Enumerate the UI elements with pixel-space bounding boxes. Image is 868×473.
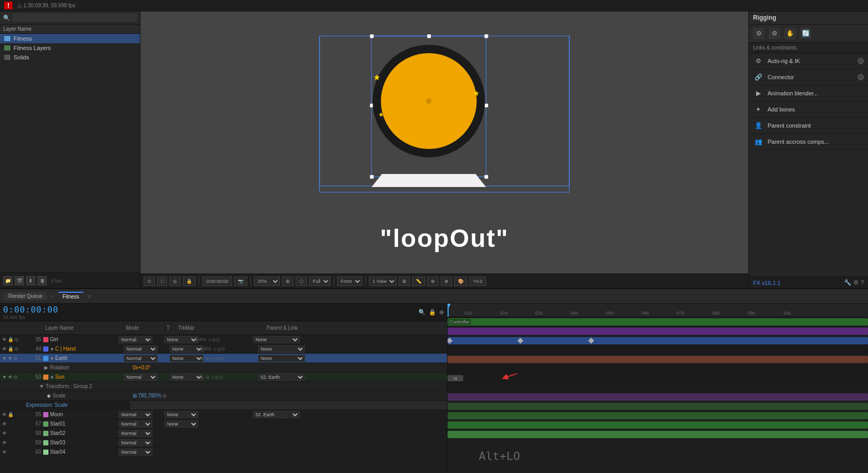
lock-icon[interactable]: 🔒 bbox=[8, 346, 14, 352]
tl-search-icon[interactable]: 🔍 bbox=[418, 309, 426, 316]
snap-all-btn[interactable]: ⊗ bbox=[441, 277, 452, 286]
eye-icon[interactable]: 👁 bbox=[2, 412, 7, 417]
project-item-fitness-layers[interactable]: Fitness Layers bbox=[0, 43, 140, 53]
wrench-icon[interactable]: 🔧 bbox=[844, 279, 851, 286]
camera-icon[interactable]: 📷 bbox=[234, 277, 247, 286]
region-btn[interactable]: ⊞ bbox=[282, 277, 293, 286]
ruler-btn[interactable]: 📏 bbox=[412, 277, 425, 286]
layer-row-sun[interactable]: ▼ 👁 ⊙ 53 ★ Sun Normal None ⊕ ⊘ ☆◎⊙ 52. E… bbox=[0, 372, 447, 382]
connector-toggle[interactable] bbox=[858, 74, 864, 80]
view-select[interactable]: Front bbox=[337, 277, 362, 286]
solo-icon[interactable]: ⊙ bbox=[15, 337, 19, 342]
new-folder-btn[interactable]: 📁 bbox=[3, 276, 12, 285]
draft-btn[interactable]: ◎ bbox=[169, 277, 181, 286]
lock-icon[interactable]: 🔒 bbox=[8, 412, 14, 417]
search-input[interactable] bbox=[12, 14, 137, 22]
tab-fitness[interactable]: Fitness bbox=[58, 292, 83, 301]
expand-icon[interactable]: ▼ bbox=[2, 356, 7, 361]
mode-select[interactable]: Normal bbox=[119, 449, 152, 456]
channel-btn[interactable]: ⬡ bbox=[296, 277, 307, 286]
quality-select[interactable]: Full bbox=[309, 277, 330, 286]
timeline-ruler[interactable]: 01s 02s 03s 04s 05s 06s bbox=[448, 304, 868, 317]
parent-select-sun[interactable]: 52. Earth bbox=[258, 374, 305, 381]
mode-select[interactable]: Normal bbox=[124, 374, 158, 381]
parent-select[interactable]: None bbox=[258, 345, 305, 353]
current-time[interactable]: 0:00:00:00 bbox=[3, 305, 58, 315]
layer-row-star03[interactable]: 👁 59 Star03 Normal bbox=[0, 438, 447, 447]
project-item-solids[interactable]: Solids bbox=[0, 53, 140, 62]
motion-blur-btn[interactable]: □ bbox=[157, 277, 167, 286]
trkmat-select[interactable]: None bbox=[164, 336, 198, 343]
mode-select[interactable]: Normal bbox=[119, 430, 152, 437]
left-panel: 🔍 Layer Name Fitness Fitness Layers Soli… bbox=[0, 11, 141, 288]
eye-icon[interactable]: 👁 bbox=[2, 450, 7, 455]
separator3 bbox=[334, 277, 334, 286]
new-comp-btn[interactable]: 🎬 bbox=[15, 276, 24, 285]
layer-row-hand[interactable]: 👁 🔒 ⊙ 44 ★ C | Hand Normal None ⊕/FX ☆◎⊙… bbox=[0, 344, 447, 354]
tl-props-icon[interactable]: ⊕ bbox=[439, 309, 444, 316]
add-bones-item[interactable]: ✦ Add bones bbox=[749, 102, 868, 118]
import-btn[interactable]: ⬇ bbox=[26, 276, 35, 285]
layer-row-moon[interactable]: 👁 🔒 55 Moon Normal None 52. Earth bbox=[0, 410, 447, 419]
rig-tool2[interactable]: ⚙ bbox=[769, 28, 780, 39]
trkmat-select[interactable]: None bbox=[164, 420, 198, 428]
parent-across-comps-item[interactable]: 👥 Parent accross comps... bbox=[749, 134, 868, 150]
parent-constraint-item[interactable]: 👤 Parent constraint bbox=[749, 118, 868, 134]
layer-row-girl[interactable]: 👁 🔒 ⊙ 35 Girl Normal None ⊕/FX ☆◎⊙ None bbox=[0, 335, 447, 344]
auto-rig-toggle[interactable] bbox=[858, 58, 864, 64]
tl-lock-icon[interactable]: 🔒 bbox=[429, 309, 436, 316]
layer-num: 57 bbox=[29, 421, 43, 427]
tab-render-queue[interactable]: Render Queue bbox=[4, 292, 47, 300]
layer-row-star02[interactable]: 👁 58 Star02 Normal bbox=[0, 429, 447, 438]
auto-rig-item[interactable]: ⚙ Auto-rig & IK bbox=[749, 53, 868, 69]
trkmat-select[interactable]: None bbox=[164, 411, 198, 418]
expr-value[interactable] bbox=[130, 401, 447, 409]
mode-select[interactable]: Normal bbox=[124, 345, 158, 353]
mode-select[interactable]: Normal bbox=[124, 355, 158, 362]
delete-btn[interactable]: 🗑 bbox=[37, 276, 47, 285]
parent-select[interactable]: None bbox=[258, 355, 305, 362]
mode-select[interactable]: Normal bbox=[119, 336, 152, 343]
trkmat-select[interactable]: None bbox=[170, 355, 203, 362]
anim-blender-item[interactable]: ▶ Animation blender... bbox=[749, 85, 868, 102]
rig-tool4[interactable]: 🔄 bbox=[800, 28, 811, 39]
eye-icon[interactable]: 👁 bbox=[2, 440, 7, 445]
eye-icon[interactable]: 👁 bbox=[2, 431, 7, 436]
rig-tool3[interactable]: ✋ bbox=[784, 28, 796, 39]
mode-select[interactable]: Normal bbox=[119, 439, 152, 446]
lock-btn[interactable]: 🔒 bbox=[183, 277, 196, 286]
mode-select[interactable]: Normal bbox=[119, 420, 152, 428]
layer-row-star04[interactable]: 👁 60 Star04 Normal bbox=[0, 447, 447, 457]
layer-num: 35 bbox=[29, 337, 43, 342]
trkmat-select[interactable]: None bbox=[170, 345, 203, 353]
rig-tool1[interactable]: ⚙ bbox=[753, 28, 764, 39]
project-item-fitness[interactable]: Fitness bbox=[0, 34, 140, 43]
eye-icon[interactable]: 👁 bbox=[8, 375, 12, 380]
snap-grid-btn[interactable]: ⊕ bbox=[427, 277, 439, 286]
eye-icon[interactable]: 👁 bbox=[2, 421, 7, 427]
connector-item[interactable]: 🔗 Connector bbox=[749, 69, 868, 85]
eye-icon[interactable]: 👁 bbox=[2, 337, 7, 342]
settings-icon[interactable]: ⚙ bbox=[853, 279, 859, 286]
playhead[interactable] bbox=[448, 304, 449, 317]
view-count-select[interactable]: 1 View bbox=[369, 277, 397, 286]
solo-icon[interactable]: ⊙ bbox=[14, 375, 18, 380]
layer-row-earth[interactable]: ▼ 👁 ⊙ 51 ★ Earth Normal None ⊕ ⊘ ☆◎⊙ Non… bbox=[0, 354, 447, 363]
expand-icon[interactable]: ▼ bbox=[2, 375, 7, 380]
solo-icon[interactable]: ⊙ bbox=[15, 346, 19, 352]
parent-select[interactable]: 52. Earth bbox=[253, 411, 300, 418]
layer-row-star01[interactable]: 👁 57 Star01 Normal None bbox=[0, 419, 447, 429]
help-icon[interactable]: ? bbox=[861, 279, 864, 286]
trkmat-select[interactable]: None bbox=[170, 374, 203, 381]
snap-btn[interactable]: ⊙ bbox=[144, 277, 155, 286]
grid-btn[interactable]: ⊞ bbox=[399, 277, 410, 286]
solo-icon[interactable]: ⊙ bbox=[14, 356, 18, 361]
color-mgmt-btn[interactable]: 🎨 bbox=[454, 277, 467, 286]
zoom-select[interactable]: 25% 50% 100% bbox=[254, 277, 280, 286]
lock-icon[interactable]: 🔒 bbox=[8, 337, 14, 342]
keyframe-icon[interactable]: ◆ bbox=[47, 393, 51, 399]
eye-icon[interactable]: 👁 bbox=[2, 346, 7, 352]
mode-select[interactable]: Normal bbox=[119, 411, 152, 418]
parent-select[interactable]: None bbox=[253, 336, 300, 343]
eye-icon[interactable]: 👁 bbox=[8, 356, 12, 361]
